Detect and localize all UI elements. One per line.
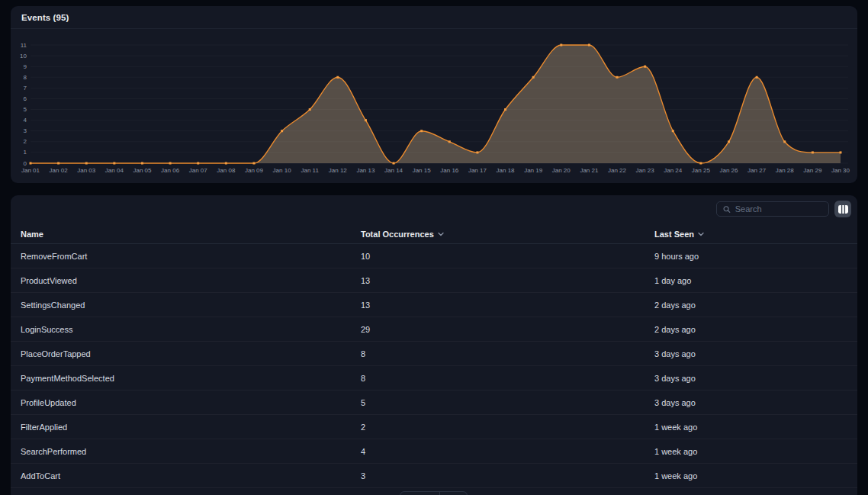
events-chart-card: Events (95) 01234567891011Jan 01Jan 02Ja… bbox=[11, 6, 857, 183]
cell-last-seen: 2 days ago bbox=[654, 301, 857, 310]
table-row[interactable]: PaymentMethodSelected83 days ago bbox=[11, 366, 857, 391]
x-axis-tick: Jan 29 bbox=[803, 167, 822, 174]
x-axis-tick: Jan 21 bbox=[580, 167, 599, 174]
y-axis-tick: 9 bbox=[24, 63, 27, 70]
cell-name: PlaceOrderTapped bbox=[21, 349, 361, 358]
x-axis-tick: Jan 17 bbox=[468, 167, 487, 174]
cell-last-seen: 1 week ago bbox=[654, 471, 857, 481]
x-axis-tick: Jan 01 bbox=[21, 167, 40, 174]
y-axis-tick: 8 bbox=[24, 74, 27, 81]
y-axis-tick: 1 bbox=[24, 149, 27, 156]
x-axis-tick: Jan 24 bbox=[664, 167, 683, 174]
x-axis-tick: Jan 04 bbox=[105, 167, 124, 174]
table-row[interactable]: ProductViewed131 day ago bbox=[11, 268, 857, 293]
table-header-row: NameTotal OccurrencesLast Seen bbox=[11, 224, 857, 244]
cell-last-seen: 1 day ago bbox=[654, 276, 857, 285]
column-header-last-seen[interactable]: Last Seen bbox=[654, 230, 857, 239]
cell-total-occurrences: 29 bbox=[361, 325, 654, 334]
x-axis-tick: Jan 13 bbox=[356, 167, 375, 174]
x-axis-tick: Jan 02 bbox=[50, 167, 69, 174]
x-axis-tick: Jan 06 bbox=[161, 167, 180, 174]
cell-name: AddToCart bbox=[21, 471, 361, 481]
search-icon bbox=[723, 205, 731, 214]
x-axis-tick: Jan 20 bbox=[552, 167, 571, 174]
table-body: RemoveFromCart109 hours agoProductViewed… bbox=[11, 244, 857, 488]
column-header-name: Name bbox=[21, 230, 361, 239]
x-axis-tick: Jan 25 bbox=[692, 167, 711, 174]
y-axis-tick: 4 bbox=[24, 117, 27, 124]
column-header-label: Total Occurrences bbox=[361, 230, 434, 239]
x-axis-tick: Jan 03 bbox=[77, 167, 96, 174]
chevron-down-icon bbox=[438, 232, 444, 236]
cell-total-occurrences: 8 bbox=[361, 374, 654, 383]
column-header-label: Name bbox=[21, 230, 43, 239]
cell-name: SettingsChanged bbox=[21, 301, 361, 310]
x-axis-tick: Jan 19 bbox=[524, 167, 543, 174]
x-axis-tick: Jan 15 bbox=[413, 167, 432, 174]
column-header-label: Last Seen bbox=[654, 230, 694, 239]
x-axis-tick: Jan 05 bbox=[133, 167, 152, 174]
table-row[interactable]: AddToCart31 week ago bbox=[11, 464, 857, 488]
y-axis-tick: 6 bbox=[24, 95, 27, 102]
search-input[interactable] bbox=[735, 204, 822, 214]
cell-total-occurrences: 2 bbox=[361, 423, 654, 432]
columns-icon bbox=[838, 205, 848, 214]
cell-total-occurrences: 10 bbox=[361, 252, 654, 261]
cell-last-seen: 1 week ago bbox=[654, 447, 857, 456]
y-axis-tick: 7 bbox=[24, 85, 27, 92]
chart-card-header: Events (95) bbox=[11, 6, 857, 29]
cell-last-seen: 3 days ago bbox=[654, 374, 857, 383]
y-axis-tick: 3 bbox=[24, 127, 27, 134]
x-axis-tick: Jan 11 bbox=[301, 167, 319, 174]
cell-name: LoginSuccess bbox=[21, 325, 361, 334]
cell-total-occurrences: 3 bbox=[361, 471, 654, 481]
table-row[interactable]: LoginSuccess292 days ago bbox=[11, 317, 857, 342]
table-row[interactable]: FilterApplied21 week ago bbox=[11, 415, 857, 439]
cell-last-seen: 9 hours ago bbox=[654, 252, 857, 261]
table-row[interactable]: SettingsChanged132 days ago bbox=[11, 293, 857, 317]
cell-total-occurrences: 13 bbox=[361, 301, 654, 310]
cell-name: FilterApplied bbox=[21, 423, 361, 432]
y-axis-tick: 5 bbox=[24, 106, 27, 113]
chevron-down-icon bbox=[698, 232, 704, 236]
cell-total-occurrences: 5 bbox=[361, 398, 654, 407]
pagination-previous-button[interactable] bbox=[400, 492, 440, 495]
columns-view-button[interactable] bbox=[834, 201, 851, 217]
cell-name: PaymentMethodSelected bbox=[21, 374, 361, 383]
x-axis-tick: Jan 07 bbox=[189, 167, 208, 174]
cell-last-seen: 3 days ago bbox=[654, 398, 857, 407]
cell-name: ProductViewed bbox=[21, 276, 361, 285]
x-axis-tick: Jan 30 bbox=[831, 167, 850, 174]
x-axis-tick: Jan 10 bbox=[273, 167, 292, 174]
table-row[interactable]: SearchPerformed41 week ago bbox=[11, 439, 857, 464]
x-axis-tick: Jan 12 bbox=[329, 167, 348, 174]
column-header-total-occurrences[interactable]: Total Occurrences bbox=[361, 230, 654, 239]
x-axis-tick: Jan 28 bbox=[776, 167, 795, 174]
search-box[interactable] bbox=[716, 201, 829, 217]
x-axis-tick: Jan 14 bbox=[384, 167, 403, 174]
x-axis-tick: Jan 09 bbox=[245, 167, 264, 174]
pagination-next-button[interactable] bbox=[440, 492, 467, 495]
cell-total-occurrences: 13 bbox=[361, 276, 654, 285]
table-row[interactable]: ProfileUpdated53 days ago bbox=[11, 391, 857, 415]
x-axis-tick: Jan 22 bbox=[608, 167, 627, 174]
y-axis-tick: 0 bbox=[24, 160, 27, 167]
x-axis-tick: Jan 18 bbox=[497, 167, 516, 174]
events-area-chart: 01234567891011Jan 01Jan 02Jan 03Jan 04Ja… bbox=[11, 38, 857, 183]
x-axis-tick: Jan 26 bbox=[719, 167, 738, 174]
table-row[interactable]: PlaceOrderTapped83 days ago bbox=[11, 342, 857, 366]
cell-last-seen: 2 days ago bbox=[654, 325, 857, 334]
cell-last-seen: 1 week ago bbox=[654, 423, 857, 432]
cell-total-occurrences: 4 bbox=[361, 447, 654, 456]
y-axis-tick: 10 bbox=[20, 53, 27, 59]
x-axis-tick: Jan 08 bbox=[217, 167, 236, 174]
cell-name: RemoveFromCart bbox=[21, 252, 361, 261]
chart-title: Events (95) bbox=[21, 13, 69, 22]
cell-total-occurrences: 8 bbox=[361, 349, 654, 358]
cell-name: SearchPerformed bbox=[21, 447, 361, 456]
x-axis-tick: Jan 27 bbox=[747, 167, 767, 174]
pagination bbox=[400, 491, 468, 495]
x-axis-tick: Jan 23 bbox=[636, 167, 655, 174]
y-axis-tick: 2 bbox=[24, 138, 27, 145]
table-row[interactable]: RemoveFromCart109 hours ago bbox=[11, 244, 857, 268]
